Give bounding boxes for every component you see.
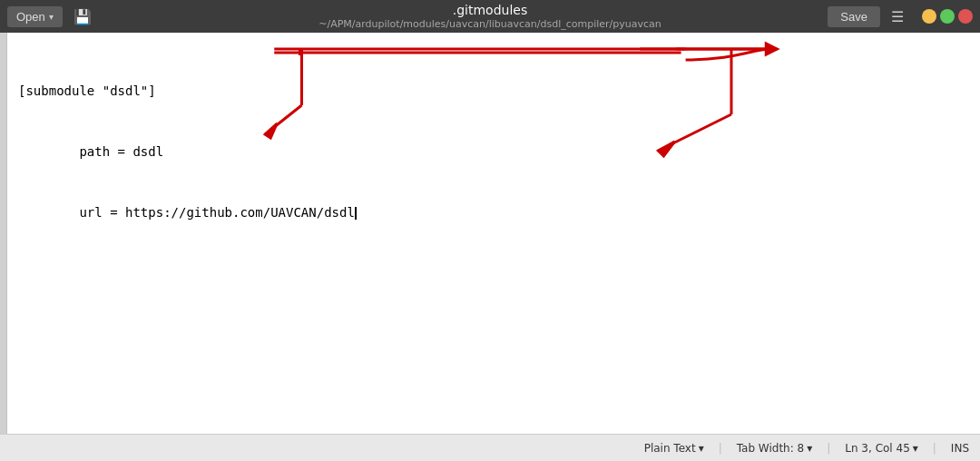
save-icon-button[interactable]: 💾 xyxy=(68,5,97,29)
menu-button[interactable]: ☰ xyxy=(886,5,909,29)
statusbar: Plain Text ▾ | Tab Width: 8 ▾ | Ln 3, Co… xyxy=(0,434,980,461)
status-divider-3: | xyxy=(933,442,936,455)
ins-label: INS xyxy=(951,442,969,455)
window-controls xyxy=(922,9,973,24)
code-line-2: path = dsdl xyxy=(18,142,969,162)
code-line-1: [submodule "dsdl"] xyxy=(18,81,969,101)
editor-gutter xyxy=(0,33,7,434)
cursor-pos-dropdown-icon: ▾ xyxy=(913,442,918,455)
open-dropdown-arrow: ▾ xyxy=(49,12,54,22)
maximize-button[interactable] xyxy=(940,9,955,24)
language-label: Plain Text xyxy=(644,442,696,455)
tab-width-label: Tab Width: 8 xyxy=(737,442,804,455)
minimize-button[interactable] xyxy=(922,9,936,24)
status-divider-1: | xyxy=(719,442,722,455)
titlebar-right: Save ☰ xyxy=(828,5,973,29)
cursor-pos-label: Ln 3, Col 45 xyxy=(845,442,910,455)
cursor-position: Ln 3, Col 45 ▾ xyxy=(845,442,918,455)
text-cursor xyxy=(355,207,357,220)
close-button[interactable] xyxy=(958,9,973,24)
editor-container: [submodule "dsdl"] path = dsdl url = htt… xyxy=(0,33,980,434)
save-button[interactable]: Save xyxy=(828,6,880,27)
save-disk-icon: 💾 xyxy=(74,9,92,25)
language-selector[interactable]: Plain Text ▾ xyxy=(644,442,704,455)
hamburger-icon: ☰ xyxy=(891,9,904,25)
status-divider-2: | xyxy=(827,442,830,455)
code-area[interactable]: [submodule "dsdl"] path = dsdl url = htt… xyxy=(7,33,980,434)
titlebar-center: .gitmodules ~/APM/ardupilot/modules/uavc… xyxy=(318,3,662,30)
titlebar: Open ▾ 💾 .gitmodules ~/APM/ardupilot/mod… xyxy=(0,0,980,33)
ins-mode: INS xyxy=(951,442,969,455)
file-title: .gitmodules xyxy=(318,3,662,17)
code-line-3: url = https://github.com/UAVCAN/dsdl xyxy=(18,202,969,222)
open-button[interactable]: Open ▾ xyxy=(7,6,63,27)
open-label: Open xyxy=(16,10,45,24)
tab-width-dropdown-icon: ▾ xyxy=(807,442,812,455)
tab-width-selector[interactable]: Tab Width: 8 ▾ xyxy=(737,442,813,455)
file-path: ~/APM/ardupilot/modules/uavcan/libuavcan… xyxy=(318,18,662,30)
titlebar-left: Open ▾ 💾 xyxy=(7,5,97,29)
code-line-4 xyxy=(18,263,969,283)
language-dropdown-icon: ▾ xyxy=(699,442,704,455)
